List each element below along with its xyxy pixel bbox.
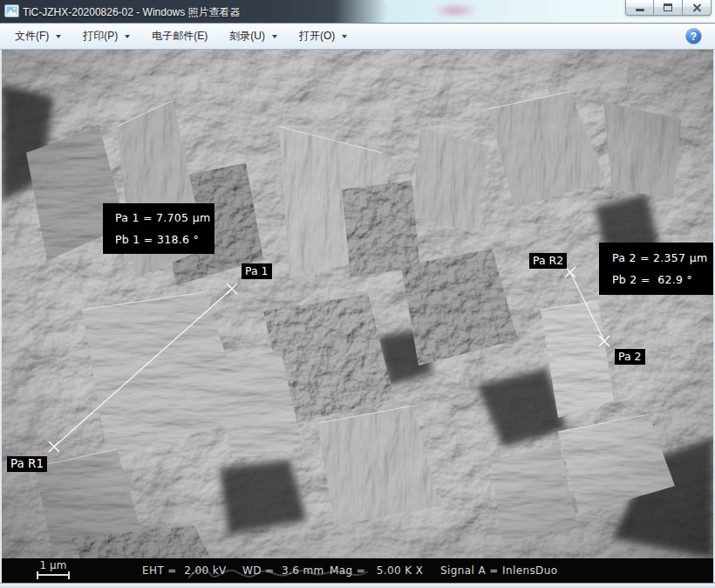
watermark-blob: [432, 4, 478, 17]
measurement-pa1: Pa 1 = 7.705 µm: [115, 211, 214, 224]
menu-print[interactable]: 打印(P): [78, 26, 134, 46]
marker-pa-r2: Pa R2: [529, 253, 567, 269]
marker-pa2: Pa 2: [615, 349, 645, 365]
window-title: TiC-JZHX-20200826-02 - Windows 照片查看器: [23, 5, 241, 20]
window-bottom-border: [0, 583, 715, 588]
menu-print-label: 打印(P): [83, 29, 118, 44]
chevron-down-icon: [56, 35, 61, 38]
window-controls: [625, 0, 712, 16]
scale-bar-label: 1 µm: [31, 559, 75, 571]
menu-file[interactable]: 文件(F): [10, 26, 65, 46]
menu-open-label: 打开(O): [299, 29, 335, 44]
measurement-box-1: Pa 1 = 7.705 µm Pb 1 = 318.6 °: [103, 203, 214, 254]
marker-pa1: Pa 1: [242, 263, 272, 279]
title-bar[interactable]: TiC-JZHX-20200826-02 - Windows 照片查看器: [0, 0, 715, 24]
chevron-down-icon: [125, 35, 130, 38]
measurement-pb1: Pb 1 = 318.6 °: [115, 233, 214, 246]
help-icon: ?: [691, 31, 697, 43]
close-icon: [692, 3, 702, 12]
watermark-squiggle: [185, 564, 385, 584]
menu-file-label: 文件(F): [15, 29, 49, 44]
close-button[interactable]: [683, 0, 712, 16]
measurement-pa2: Pa 2 = 2.357 µm: [612, 251, 713, 264]
measurement-pb2: Pb 2 = 62.9 °: [612, 273, 713, 286]
scale-bar: [37, 571, 70, 579]
photo-viewer-window: TiC-JZHX-20200826-02 - Windows 照片查看器 文件(…: [0, 0, 715, 588]
chevron-down-icon: [272, 35, 277, 38]
maximize-button[interactable]: [654, 0, 683, 16]
menu-burn-label: 刻录(U): [229, 29, 265, 44]
image-viewport: Pa 1 = 7.705 µm Pb 1 = 318.6 ° Pa 2 = 2.…: [0, 50, 715, 583]
maximize-icon: [664, 3, 672, 11]
minimize-button[interactable]: [625, 0, 654, 16]
signal-readout: Signal A = InlensDuo: [440, 564, 557, 577]
menu-email[interactable]: 电子邮件(E): [147, 26, 212, 46]
sem-image: Pa 1 = 7.705 µm Pb 1 = 318.6 ° Pa 2 = 2.…: [2, 50, 713, 583]
help-button[interactable]: ?: [685, 28, 702, 44]
menu-burn[interactable]: 刻录(U): [225, 26, 282, 46]
sem-micrograph: [2, 50, 713, 558]
marker-pa-r1: Pa R1: [7, 456, 47, 472]
menu-bar: 文件(F) 打印(P) 电子邮件(E) 刻录(U) 打开(O) ?: [0, 24, 715, 50]
minimize-icon: [636, 9, 644, 11]
measurement-box-2: Pa 2 = 2.357 µm Pb 2 = 62.9 °: [599, 243, 713, 295]
photo-viewer-app-icon: [4, 4, 19, 17]
menu-email-label: 电子邮件(E): [152, 29, 208, 44]
chevron-down-icon: [342, 35, 347, 38]
menu-open[interactable]: 打开(O): [295, 26, 351, 46]
